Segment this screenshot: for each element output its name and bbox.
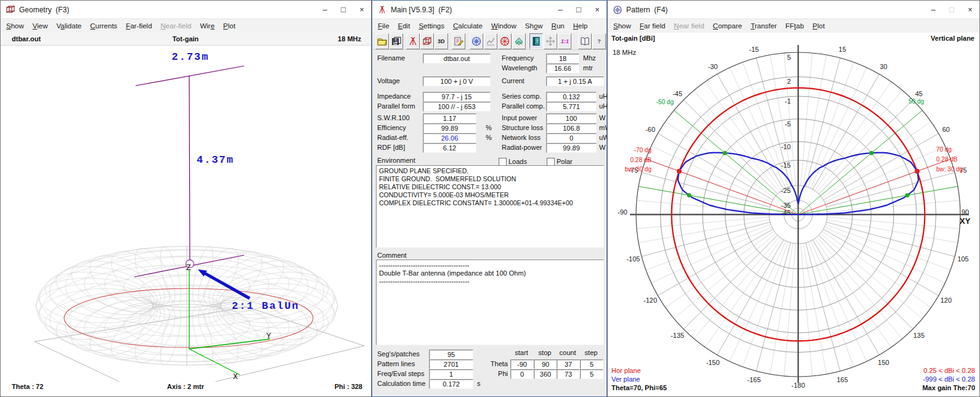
- menu-item-calculate[interactable]: Calculate: [449, 20, 487, 31]
- toolbar-save-files-icon[interactable]: [390, 33, 403, 49]
- menu-item-settings[interactable]: Settings: [414, 20, 449, 31]
- menu-item-validate[interactable]: Validate: [52, 20, 86, 31]
- menu-item-file[interactable]: File: [374, 20, 394, 31]
- toolbar-help-icon[interactable]: ?: [592, 33, 606, 49]
- sweep-header-count: count: [557, 349, 579, 356]
- antenna-wire-0[interactable]: [136, 66, 244, 86]
- minimize-button[interactable]: –: [924, 1, 942, 18]
- sweep-phi-stop[interactable]: 360: [534, 369, 557, 379]
- maximize-button[interactable]: □: [570, 1, 588, 18]
- geometry-3d-canvas[interactable]: [1, 45, 371, 382]
- main-title-bar[interactable]: Main [V5.9.3] (F2) – □ ×: [372, 1, 606, 19]
- main-menu-bar: FileEditSettingsCalculateWindowShowRunHe…: [372, 19, 606, 33]
- field-rdf-db[interactable]: 6.12: [423, 143, 476, 153]
- angle-label--45: -45: [672, 90, 682, 97]
- field-radiat-eff[interactable]: 26.06: [423, 133, 476, 143]
- menu-item-compare[interactable]: Compare: [709, 20, 746, 31]
- stat-seg-s-patches[interactable]: 95: [429, 350, 473, 359]
- toolbar-antenna-icon[interactable]: [406, 33, 420, 49]
- menu-item-show[interactable]: Show: [521, 20, 547, 31]
- field-structure-loss[interactable]: 106.8: [546, 123, 597, 133]
- environment-box[interactable]: GROUND PLANE SPECIFIED. FINITE GROUND. S…: [376, 165, 604, 248]
- menu-item-run[interactable]: Run: [547, 20, 569, 31]
- pattern-title-bar[interactable]: Pattern (F4) – □ ×: [608, 1, 979, 19]
- menu-item-edit[interactable]: Edit: [394, 20, 415, 31]
- menu-item-show[interactable]: Show: [2, 20, 28, 31]
- toolbar-3d-view-icon[interactable]: 3D: [435, 33, 448, 49]
- beamwidth-dot: [687, 193, 692, 197]
- sweep-header-start: start: [510, 349, 533, 356]
- close-button[interactable]: ×: [588, 1, 606, 18]
- field-series-comp[interactable]: 0.132: [546, 92, 597, 102]
- balun-label: 2:1 BalUn: [232, 300, 300, 312]
- field-wavelength[interactable]: 16.66: [546, 63, 579, 73]
- menu-item-help[interactable]: Help: [569, 20, 592, 31]
- geometry-filename: dtbar.out: [12, 35, 41, 43]
- sweep-theta-step[interactable]: 5: [580, 359, 603, 369]
- menu-item-far-field[interactable]: Far-field: [121, 20, 156, 31]
- annotation-0-28-db: 0.28 dB: [936, 156, 958, 163]
- sweep-phi-step[interactable]: 5: [580, 369, 603, 379]
- antenna-wire-1[interactable]: [189, 76, 190, 262]
- stat-pattern-lines[interactable]: 2701: [429, 359, 473, 369]
- menu-item-plot[interactable]: Plot: [219, 20, 240, 31]
- field-label-voltage: Voltage: [377, 77, 400, 84]
- antenna-icon: [377, 5, 387, 15]
- field-parallel-form[interactable]: 100 // - j 653: [423, 102, 491, 112]
- field-input-power[interactable]: 100: [546, 113, 597, 123]
- field-network-loss[interactable]: 0: [546, 133, 597, 143]
- minimize-button[interactable]: –: [551, 1, 570, 18]
- comment-box[interactable]: ----------------------------------------…: [376, 260, 604, 345]
- field-current[interactable]: 1 + j 0.15 A: [546, 76, 604, 86]
- menu-item-transfer[interactable]: Transfer: [746, 20, 781, 31]
- close-button[interactable]: ×: [961, 1, 979, 18]
- menu-item-fftab[interactable]: FFtab: [781, 20, 808, 31]
- stat-freq-eval-steps[interactable]: 1: [429, 369, 473, 379]
- beamwidth-dot: [905, 193, 909, 197]
- toolbar-book-icon[interactable]: [578, 33, 592, 49]
- toolbar-ratio-1-1-icon[interactable]: 1:1: [558, 33, 571, 49]
- toolbar-smith-chart-icon[interactable]: [498, 33, 512, 49]
- sweep-theta-count[interactable]: 37: [557, 359, 580, 369]
- stat-label-pattern-lines: Pattern lines: [377, 360, 415, 367]
- toolbar-notebook-icon[interactable]: [529, 33, 543, 49]
- toolbar-farfield-pattern-icon[interactable]: [470, 33, 483, 49]
- unit-parallel-comp: uH: [599, 102, 608, 110]
- field-impedance[interactable]: 97.7 - j 15: [423, 92, 491, 102]
- toolbar-nearfield-icon[interactable]: [512, 33, 526, 49]
- menu-item-show[interactable]: Show: [609, 20, 635, 31]
- field-radiat-power[interactable]: 99.89: [546, 143, 597, 153]
- field-efficiency[interactable]: 99.89: [423, 123, 476, 133]
- field-voltage[interactable]: 100 + j 0 V: [423, 76, 491, 86]
- maximize-button[interactable]: □: [334, 1, 353, 18]
- toolbar-geometry-cube-icon[interactable]: [420, 33, 434, 49]
- geometry-title-bar[interactable]: Geometry (F3) – □ ×: [1, 1, 371, 19]
- sweep-phi-count[interactable]: 73: [557, 369, 580, 379]
- close-button[interactable]: ×: [353, 1, 371, 18]
- wire-length-label-top: 2.73m: [160, 51, 221, 63]
- field-filename[interactable]: dtbar.out: [423, 54, 491, 63]
- minimize-button[interactable]: –: [316, 1, 334, 18]
- menu-item-wire[interactable]: Wire: [195, 20, 219, 31]
- sweep-theta-start[interactable]: -90: [510, 359, 534, 369]
- axis-x-label: X: [233, 372, 238, 382]
- field-frequency[interactable]: 18: [546, 54, 579, 63]
- stat-calculation-time[interactable]: 0.172: [429, 379, 473, 389]
- angle-label-165: 165: [837, 376, 848, 383]
- menu-item-plot[interactable]: Plot: [808, 20, 829, 31]
- sweep-theta-stop[interactable]: 90: [534, 359, 557, 369]
- db-label--5: -5: [785, 120, 791, 128]
- field-parallel-comp[interactable]: 5.771: [546, 102, 597, 112]
- axis-y: [189, 339, 270, 349]
- menu-item-window[interactable]: Window: [487, 20, 521, 31]
- sweep-phi-start[interactable]: 0: [510, 369, 534, 379]
- toolbar-open-folder-icon[interactable]: [375, 33, 389, 49]
- axis-z-label: Z: [186, 263, 191, 272]
- angle-label-15: 15: [839, 46, 846, 53]
- field-s-w-r-100[interactable]: 1.17: [423, 113, 476, 123]
- toolbar-edit-notepad-icon[interactable]: [452, 33, 465, 49]
- menu-item-far-field[interactable]: Far field: [635, 20, 670, 31]
- field-label-impedance: Impedance: [377, 92, 410, 100]
- menu-item-currents[interactable]: Currents: [86, 20, 121, 31]
- menu-item-view[interactable]: View: [28, 20, 52, 31]
